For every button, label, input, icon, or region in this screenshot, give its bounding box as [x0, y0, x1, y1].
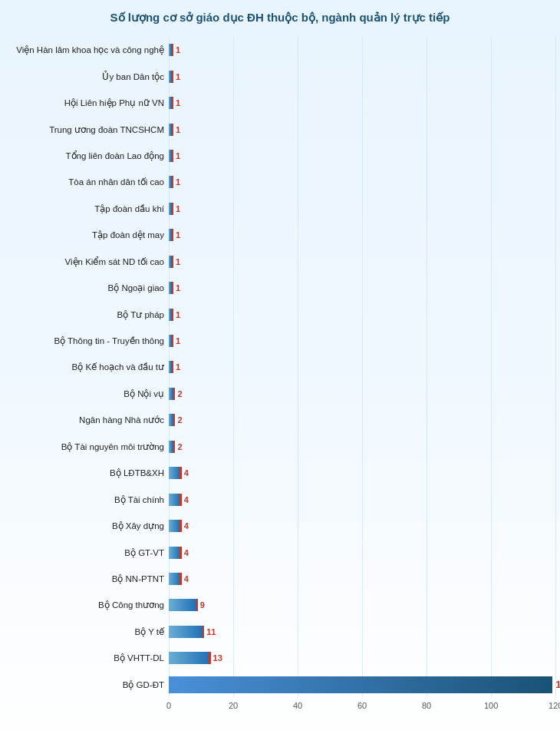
bar-value: 1 — [176, 230, 185, 240]
bar-track: 1 — [169, 308, 552, 322]
bar-fill: 2 — [169, 414, 175, 426]
bar-label: Bộ Tài nguyên môi trường — [8, 441, 169, 452]
bar-value: 1 — [176, 45, 185, 55]
bar-value: 1 — [176, 204, 185, 213]
bar-row: Ngân hàng Nhà nước2 — [8, 407, 552, 433]
bar-value: 1 — [176, 362, 185, 372]
bar-row: Viện Kiểm sát ND tối cao1 — [8, 249, 552, 275]
bar-fill: 1 — [169, 150, 173, 162]
bar-value: 1 — [176, 310, 185, 319]
bar-value: 11 — [206, 627, 216, 636]
bar-track: 13 — [169, 651, 552, 665]
bar-label: Tổng liên đoàn Lao động — [8, 150, 169, 161]
bar-row: Ủy ban Dân tộc1 — [8, 63, 552, 89]
bar-label: Bộ Thông tin - Truyền thông — [8, 335, 169, 346]
bar-row: Bộ NN-PTNT4 — [8, 566, 552, 592]
bar-track: 4 — [169, 466, 552, 480]
bar-row: Bộ Tài chính4 — [8, 486, 552, 512]
bar-label: Bộ NN-PTNT — [8, 573, 169, 584]
bar-value: 4 — [184, 574, 193, 583]
chart-container: Số lượng cơ sở giáo dục ĐH thuộc bộ, ngà… — [0, 0, 560, 747]
bar-label: Bộ Y tế — [8, 626, 169, 637]
bar-fill: 1 — [169, 71, 173, 83]
bar-label: Trung ương đoàn TNCSHCM — [8, 124, 169, 135]
bar-track: 4 — [169, 519, 552, 533]
bar-fill: 1 — [169, 282, 173, 294]
bar-track: 1 — [169, 255, 552, 269]
bar-label: Ngân hàng Nhà nước — [8, 415, 169, 425]
bar-label: Bộ Xây dựng — [8, 521, 169, 531]
bar-fill: 11 — [169, 626, 204, 638]
bar-fill: 1 — [169, 176, 173, 188]
bar-label: Bộ GD-ĐT — [8, 679, 169, 690]
bar-value: 2 — [177, 389, 186, 398]
bar-fill: 4 — [169, 520, 182, 532]
bar-row: Bộ VHTT-DL13 — [8, 645, 552, 671]
bar-label: Bộ Ngoại giao — [8, 283, 169, 293]
bar-value: 2 — [177, 442, 186, 451]
bar-row: Bộ Thông tin - Truyền thông1 — [8, 328, 552, 354]
bar-track: 2 — [169, 387, 552, 401]
bar-fill: 1 — [169, 229, 173, 241]
bar-row: Bộ Nội vụ2 — [8, 381, 552, 407]
chart-title: Số lượng cơ sở giáo dục ĐH thuộc bộ, ngà… — [8, 8, 552, 28]
bar-row: Tổng liên đoàn Lao động1 — [8, 143, 552, 169]
bar-label: Bộ Kế hoạch và đầu tư — [8, 362, 169, 372]
bar-track: 1 — [169, 360, 552, 374]
bar-value: 4 — [184, 521, 193, 531]
bar-value: 1 — [176, 72, 185, 81]
bar-label: Bộ LĐTB&XH — [8, 468, 169, 478]
bar-fill: 1 — [169, 335, 173, 347]
bar-row: Bộ Ngoại giao1 — [8, 275, 552, 301]
bar-row: Tòa án nhân dân tối cao1 — [8, 169, 552, 195]
bar-track: 1 — [169, 281, 552, 295]
bar-track: 4 — [169, 493, 552, 507]
bar-value: 1 — [176, 336, 185, 345]
bar-value: 13 — [213, 653, 222, 663]
bar-value: 9 — [200, 600, 209, 610]
bar-row: Hội Liên hiệp Phụ nữ VN1 — [8, 90, 552, 116]
bar-row: Bộ Y tế11 — [8, 619, 552, 645]
bar-row: Bộ LĐTB&XH4 — [8, 460, 552, 486]
bar-value: 4 — [184, 548, 193, 557]
bar-row: Bộ GT-VT4 — [8, 539, 552, 565]
bar-value: 1 — [176, 125, 185, 134]
bar-fill: 1 — [169, 309, 173, 321]
x-axis-tick: 60 — [357, 701, 367, 710]
bar-label: Tập đoàn dệt may — [8, 230, 169, 240]
bar-value: 1 — [176, 257, 185, 266]
bar-value: 4 — [184, 495, 193, 504]
bar-value: 1 — [176, 98, 185, 107]
bar-fill: 4 — [169, 547, 182, 559]
bar-row: Trung ương đoàn TNCSHCM1 — [8, 116, 552, 142]
bar-fill: 1 — [169, 256, 173, 268]
bar-label: Viện Hàn lâm khoa học và công nghệ — [8, 45, 169, 55]
x-axis-tick: 0 — [166, 701, 171, 710]
bar-track: 1 — [169, 123, 552, 137]
bar-row: Viện Hàn lâm khoa học và công nghệ1 — [8, 37, 552, 63]
bar-fill: 4 — [169, 573, 182, 585]
bar-fill: 1 — [169, 124, 173, 136]
x-axis-tick: 100 — [484, 701, 498, 710]
bar-fill: 4 — [169, 467, 182, 479]
bar-track: 1 — [169, 70, 552, 84]
bar-track: 4 — [169, 546, 552, 560]
bar-label: Bộ Tài chính — [8, 494, 169, 505]
bar-label: Ủy ban Dân tộc — [8, 71, 169, 82]
x-axis-tick: 80 — [422, 701, 431, 710]
x-axis-tick: 20 — [229, 701, 238, 710]
x-axis: 020406080100120 — [169, 701, 552, 716]
bar-track: 11 — [169, 625, 552, 639]
bar-track: 1 — [169, 202, 552, 216]
bar-fill: 119 — [169, 676, 552, 693]
bar-fill: 9 — [169, 599, 198, 611]
bar-label: Tập đoàn dầu khí — [8, 203, 169, 214]
bar-fill: 1 — [169, 361, 173, 373]
bar-row: Tập đoàn dầu khí1 — [8, 196, 552, 222]
bar-fill: 2 — [169, 388, 175, 400]
x-axis-tick: 120 — [548, 701, 560, 710]
bar-label: Viện Kiểm sát ND tối cao — [8, 256, 169, 267]
bar-label: Bộ VHTT-DL — [8, 653, 169, 663]
bar-row: Bộ GD-ĐT119 — [8, 672, 552, 698]
bar-row: Bộ Tài nguyên môi trường2 — [8, 434, 552, 460]
